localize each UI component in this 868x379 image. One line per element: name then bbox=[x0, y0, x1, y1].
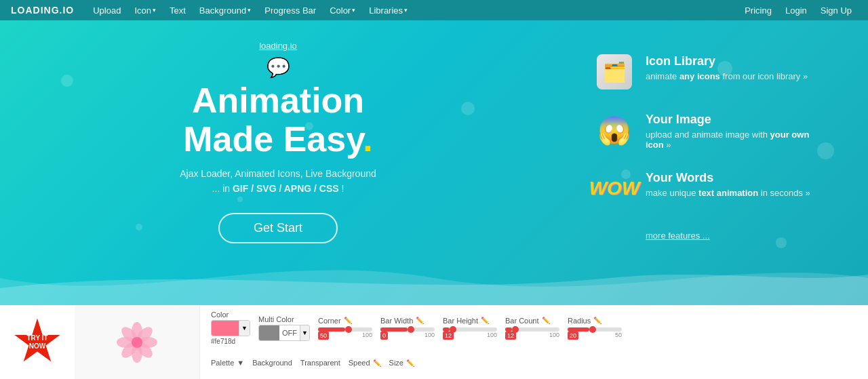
nav-item-upload[interactable]: Upload bbox=[87, 0, 126, 20]
hero-title: Animation Made Easy. bbox=[122, 81, 434, 159]
speed-edit-icon[interactable]: ✏️ bbox=[373, 359, 381, 367]
barheight-slider-labels: 12 100 bbox=[443, 332, 497, 340]
control-barcount: Bar Count ✏️ 12 100 bbox=[505, 317, 559, 340]
radius-label: Radius ✏️ bbox=[568, 317, 622, 325]
hero-formats: ... in GIF / SVG / APNG / CSS ! bbox=[122, 183, 434, 194]
feature-library-title: Icon Library bbox=[646, 54, 808, 68]
barcount-label: Bar Count ✏️ bbox=[505, 317, 559, 325]
corner-slider-labels: 50 100 bbox=[318, 332, 372, 340]
feature-words-text: Your Words make unique text animation in… bbox=[646, 171, 810, 198]
controls-row-1: Color ▼ #fe718d Multi Color OFF ▼ bbox=[211, 311, 857, 345]
transparent-control: Transparent bbox=[300, 359, 340, 367]
feature-library-desc: animate any icons from our icon library … bbox=[646, 71, 808, 81]
swatch-color-fill bbox=[212, 321, 239, 336]
palette-label: Palette bbox=[211, 359, 234, 367]
barheight-slider-fill bbox=[443, 327, 450, 332]
nav-right-pricing[interactable]: Pricing bbox=[739, 0, 777, 20]
speed-control: Speed ✏️ bbox=[349, 359, 381, 367]
barheight-slider-thumb[interactable] bbox=[450, 326, 456, 333]
nav-arrow-background: ▾ bbox=[248, 7, 251, 14]
radius-edit-icon[interactable]: ✏️ bbox=[593, 317, 601, 324]
barcount-edit-icon[interactable]: ✏️ bbox=[542, 317, 550, 324]
toggle-off-label: OFF bbox=[279, 329, 300, 337]
size-edit-icon[interactable]: ✏️ bbox=[406, 359, 414, 367]
hero-section: loading.io 💬 Animation Made Easy. Ajax L… bbox=[0, 20, 868, 305]
feature-words-title: Your Words bbox=[646, 171, 810, 185]
barheight-slider-track[interactable] bbox=[443, 327, 497, 332]
nav-left: UploadIcon▾TextBackground▾Progress BarCo… bbox=[87, 0, 739, 20]
nav-arrow-color: ▾ bbox=[352, 7, 355, 14]
color-value: #fe718d bbox=[211, 338, 250, 345]
brand-logo[interactable]: LOADING.IO bbox=[11, 5, 74, 16]
nav-item-color[interactable]: Color▾ bbox=[324, 0, 361, 20]
barheight-label: Bar Height ✏️ bbox=[443, 317, 497, 325]
corner-value-badge: 50 bbox=[318, 332, 329, 340]
corner-max-label: 100 bbox=[362, 332, 372, 340]
control-multicolor: Multi Color OFF ▼ bbox=[258, 315, 310, 341]
library-icon: 🗂️ bbox=[603, 61, 627, 83]
feature-icon-library-icon: 🗂️ bbox=[597, 54, 635, 92]
barheight-max: 100 bbox=[487, 332, 497, 340]
chat-icon: 💬 bbox=[267, 56, 290, 79]
corner-slider-fill bbox=[318, 327, 345, 332]
radius-slider-track[interactable] bbox=[568, 327, 622, 332]
try-badge-area: TRY ITNOW bbox=[0, 305, 75, 379]
corner-edit-icon[interactable]: ✏️ bbox=[344, 317, 352, 324]
try-it-badge[interactable]: TRY ITNOW bbox=[14, 319, 61, 366]
deco-dot-8 bbox=[461, 102, 475, 115]
nav-right-sign-up[interactable]: Sign Up bbox=[815, 0, 857, 20]
feature-your-words-icon: WOW bbox=[597, 171, 635, 209]
color-swatch[interactable]: ▼ bbox=[211, 320, 250, 336]
control-corner: Corner ✏️ 50 100 bbox=[318, 317, 372, 340]
radius-slider-fill bbox=[568, 327, 589, 332]
feature-icon-library: 🗂️ Icon Library animate any icons from o… bbox=[597, 54, 827, 92]
barcount-slider-labels: 12 100 bbox=[505, 332, 559, 340]
control-color: Color ▼ #fe718d bbox=[211, 311, 250, 345]
swatch-arrow[interactable]: ▼ bbox=[239, 321, 250, 336]
barcount-slider-track[interactable] bbox=[505, 327, 559, 332]
feature-your-image-icon: 😱 bbox=[597, 113, 635, 151]
nav-arrow-libraries: ▾ bbox=[404, 7, 408, 14]
corner-label: Corner ✏️ bbox=[318, 317, 372, 325]
feature-library-text: Icon Library animate any icons from our … bbox=[646, 54, 808, 81]
svg-point-8 bbox=[132, 337, 142, 348]
hero-left: loading.io 💬 Animation Made Easy. Ajax L… bbox=[122, 41, 434, 243]
toggle-bg bbox=[259, 325, 279, 340]
nav-item-progress-bar[interactable]: Progress Bar bbox=[259, 0, 321, 20]
library-icon-box: 🗂️ bbox=[597, 54, 632, 89]
transparent-label: Transparent bbox=[300, 359, 340, 367]
words-icon: WOW bbox=[589, 178, 640, 199]
image-icon: 😱 bbox=[597, 115, 631, 146]
multicolor-toggle[interactable]: OFF ▼ bbox=[258, 325, 310, 341]
title-line1: Animation bbox=[192, 81, 364, 120]
feature-image-text: Your Image upload and animate image with… bbox=[646, 113, 827, 150]
nav-item-text[interactable]: Text bbox=[164, 0, 191, 20]
control-barwidth: Bar Width ✏️ 0 100 bbox=[380, 317, 435, 340]
speed-label: Speed bbox=[349, 359, 370, 367]
feature-your-words: WOW Your Words make unique text animatio… bbox=[597, 171, 827, 209]
nav-item-background[interactable]: Background▾ bbox=[194, 0, 256, 20]
hero-link[interactable]: loading.io bbox=[122, 41, 434, 51]
controls-area: Color ▼ #fe718d Multi Color OFF ▼ bbox=[200, 305, 868, 370]
bottom-panel: TRY ITNOW bbox=[0, 305, 868, 379]
radius-slider-thumb[interactable] bbox=[589, 326, 596, 333]
hero-subtitle: Ajax Loader, Animated Icons, Live Backgr… bbox=[122, 168, 434, 179]
nav-item-icon[interactable]: Icon▾ bbox=[129, 0, 161, 20]
toggle-arrow[interactable]: ▼ bbox=[300, 325, 309, 340]
flower-preview bbox=[110, 315, 164, 370]
barwidth-slider-labels: 0 100 bbox=[380, 332, 435, 340]
barwidth-edit-icon[interactable]: ✏️ bbox=[416, 317, 424, 324]
control-barheight: Bar Height ✏️ 12 100 bbox=[443, 317, 497, 340]
barwidth-slider-thumb[interactable] bbox=[408, 326, 414, 333]
nav-right-login[interactable]: Login bbox=[780, 0, 812, 20]
nav-item-libraries[interactable]: Libraries▾ bbox=[363, 0, 413, 20]
corner-slider-thumb[interactable] bbox=[345, 326, 352, 333]
barheight-edit-icon[interactable]: ✏️ bbox=[481, 317, 489, 324]
size-control: Size ✏️ bbox=[389, 359, 414, 367]
barwidth-slider-track[interactable] bbox=[380, 327, 435, 332]
barwidth-value: 0 bbox=[380, 332, 388, 340]
palette-arrow[interactable]: ▼ bbox=[237, 359, 244, 367]
barcount-slider-thumb[interactable] bbox=[512, 326, 519, 333]
barwidth-slider-fill bbox=[380, 327, 408, 332]
corner-slider-track[interactable] bbox=[318, 327, 372, 332]
